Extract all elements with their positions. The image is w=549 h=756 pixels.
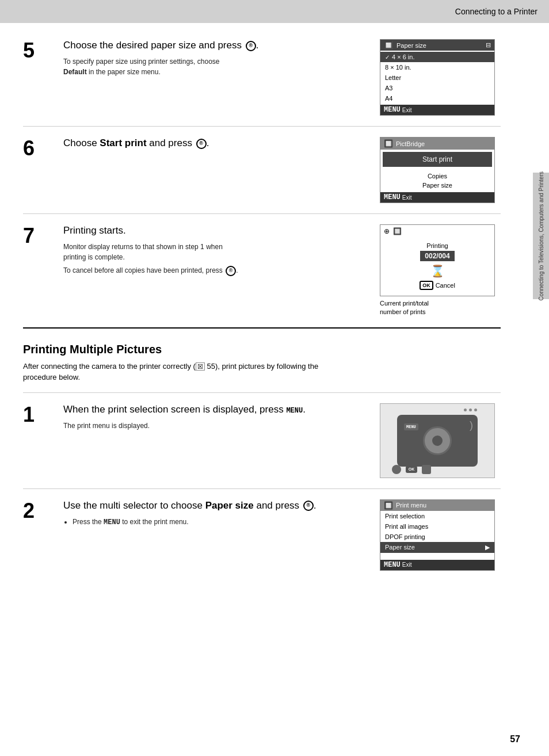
screen-footer-5: MENU Exit (380, 105, 494, 115)
step-5-number: 5 (23, 40, 46, 61)
step-7-body: Monitor display returns to that shown in… (63, 242, 368, 276)
step-7-section: 7 Printing starts. Monitor display retur… (23, 214, 501, 329)
step-5-section: 5 Choose the desired paper size and pres… (23, 29, 501, 127)
step-6-title: Choose Start print and press ®. (63, 137, 368, 150)
pictbridge-icon: 🔲 (384, 139, 393, 148)
ok-icon-5: ® (246, 41, 256, 51)
screen-body-5: ✓ 4 × 6 in. 8 × 10 in. Letter A3 A4 (380, 51, 494, 105)
camera-icon-7: 🔲 (393, 227, 402, 235)
menu-ref-5: MENU (384, 106, 401, 114)
section-heading: Printing Multiple Pictures (23, 340, 501, 356)
step-7-number: 7 (23, 226, 46, 246)
menu-button[interactable]: MENU (404, 423, 418, 430)
print-menu-header: 🔲 Print menu (380, 500, 494, 511)
bullet-item-1: Press the MENU to exit the print menu. (73, 517, 368, 528)
right-tab-label: Connecting to Televisions, Computers and… (538, 171, 544, 300)
step-7-title: Printing starts. (63, 224, 368, 237)
sub-step-2-body: Press the MENU to exit the print menu. (63, 517, 368, 528)
sub-step-1-section: 1 When the print selection screen is dis… (23, 392, 501, 489)
camera-dial (423, 426, 452, 455)
paper-size-menu-item: Paper size ▶ (380, 542, 494, 553)
step-5-content: Choose the desired paper size and press … (63, 39, 368, 80)
pictbridge-header: 🔲 PictBridge (380, 138, 494, 150)
menu-ref-s1: MENU (286, 407, 303, 415)
paper-size-item-1: ✓ 4 × 6 in. (380, 52, 494, 62)
right-sidebar-tab: Connecting to Televisions, Computers and… (533, 173, 549, 299)
sub-step-1-title: When the print selection screen is displ… (63, 403, 368, 416)
header-bar: Connecting to a Printer (0, 0, 549, 23)
minus-icon-5: ⊟ (486, 41, 491, 49)
menu-ref-s2-footer: MENU (384, 561, 401, 569)
start-print-item: Start print (383, 152, 492, 167)
sub-step-2-content: Use the multi selector to choose Paper s… (63, 499, 368, 528)
section-intro: After connecting the camera to the print… (23, 361, 345, 383)
camera-image: ↓ MENU ) OK (380, 403, 495, 478)
sub-step-2-bullets: Press the MENU to exit the print menu. (73, 517, 368, 528)
arrow-right-icon: ▶ (485, 544, 490, 551)
movie-icon: ⊕ (384, 227, 390, 235)
pictbridge-title: PictBridge (396, 140, 425, 147)
paper-size-item-5: A4 (380, 93, 494, 104)
step-5-body: To specify paper size using printer sett… (63, 56, 368, 77)
paper-size-label-1: 4 × 6 in. (392, 54, 414, 60)
screen-caption: Current print/totalnumber of prints (380, 299, 495, 317)
sub-step-2-left: 2 Use the multi selector to choose Paper… (23, 499, 368, 528)
sub-step-2-section: 2 Use the multi selector to choose Paper… (23, 489, 501, 581)
cancel-label: Cancel (436, 282, 455, 289)
ref-icon: ☒ (196, 362, 205, 371)
pictbridge-footer: MENU Exit (380, 192, 494, 203)
paper-size-item-4: A3 (380, 83, 494, 93)
ok-icon-6: ® (196, 139, 207, 149)
paper-size-item-3: Letter (380, 72, 494, 83)
print-menu-title: Print menu (396, 502, 426, 509)
ok-cancel-icon: OK (420, 281, 433, 290)
paper-size-item-2: 8 × 10 in. (380, 62, 494, 72)
cancel-row: OK Cancel (383, 281, 492, 293)
sub-step-1-content: When the print selection screen is displ… (63, 403, 368, 434)
paper-size-menu-label: Paper size (385, 544, 415, 551)
spacer (380, 553, 494, 560)
step-7-screen: ⊕ 🔲 Printing 002/004 ⌛ OK Cancel Current… (380, 224, 501, 317)
menu-ref-6: MENU (384, 193, 401, 201)
sub-step-1-number: 1 (23, 404, 46, 425)
printing-multiple-section: Printing Multiple Pictures After connect… (23, 340, 501, 383)
step-5-screen: 🔲 Paper size ⊟ ✓ 4 × 6 in. 8 × 10 in. Le… (380, 39, 501, 116)
screen-title-5: Paper size (396, 42, 486, 49)
main-content: 5 Choose the desired paper size and pres… (0, 23, 529, 593)
exit-label-5: Exit (402, 107, 412, 113)
step-5-left: 5 Choose the desired paper size and pres… (23, 39, 368, 80)
sub-step-2-number: 2 (23, 501, 46, 521)
step-6-screen: 🔲 PictBridge Start print Copies Paper si… (380, 137, 501, 203)
printing-text: Printing (383, 242, 492, 249)
print-all-images-item: Print all images (380, 521, 494, 532)
printing-screen-header: ⊕ 🔲 (380, 225, 494, 238)
sub-step-2-title: Use the multi selector to choose Paper s… (63, 499, 368, 512)
sub-step-1-body: The print menu is displayed. (63, 421, 368, 431)
copies-item: Copies (385, 171, 490, 181)
exit-label-6: Exit (402, 194, 412, 201)
step-7-content: Printing starts. Monitor display returns… (63, 224, 368, 279)
step-6-content: Choose Start print and press ®. (63, 137, 368, 154)
printing-count: 002/004 (420, 251, 454, 261)
screen-header-5: 🔲 Paper size ⊟ (380, 40, 494, 51)
step-6-section: 6 Choose Start print and press ®. 🔲 Pict… (23, 127, 501, 214)
printing-screen-body: Printing 002/004 ⌛ OK Cancel (380, 238, 494, 296)
step-7-left: 7 Printing starts. Monitor display retur… (23, 224, 368, 279)
step-6-number: 6 (23, 138, 46, 159)
printing-screen: ⊕ 🔲 Printing 002/004 ⌛ OK Cancel (380, 224, 495, 296)
menu-ref-s2: MENU (104, 518, 120, 526)
print-selection-item: Print selection (380, 511, 494, 521)
print-menu-icon: 🔲 (384, 501, 393, 510)
print-menu-footer: MENU Exit (380, 560, 494, 570)
ok-icon-s2: ® (303, 501, 314, 511)
paper-size-screen: 🔲 Paper size ⊟ ✓ 4 × 6 in. 8 × 10 in. Le… (380, 39, 495, 116)
hourglass-icon: ⌛ (383, 264, 492, 278)
step-6-left: 6 Choose Start print and press ®. (23, 137, 368, 159)
pictbridge-screen: 🔲 PictBridge Start print Copies Paper si… (380, 137, 495, 203)
print-menu-screen: 🔲 Print menu Print selection Print all i… (380, 499, 495, 571)
sub-step-2-screen: 🔲 Print menu Print selection Print all i… (380, 499, 501, 571)
page-header-title: Connecting to a Printer (455, 7, 537, 16)
paper-size-item: Paper size (385, 181, 490, 190)
exit-label-s2: Exit (402, 562, 412, 568)
sub-step-1-screen: ↓ MENU ) OK (380, 403, 501, 478)
